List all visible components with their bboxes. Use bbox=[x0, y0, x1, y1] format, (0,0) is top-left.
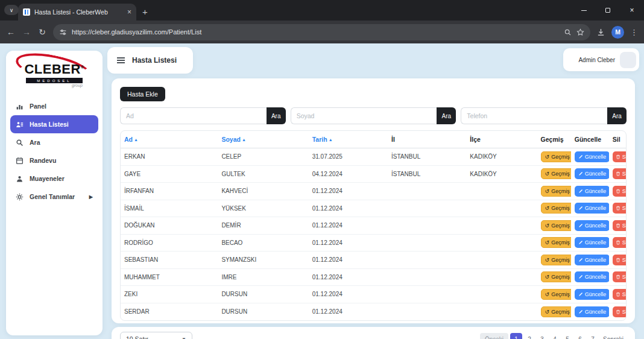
gecmis-button[interactable]: ↺ Geçmiş bbox=[541, 151, 571, 162]
profile-avatar[interactable]: M bbox=[611, 26, 624, 39]
column-header-soyad[interactable]: Soyad▲ bbox=[218, 131, 308, 148]
sidebar-item-hasta-listesi[interactable]: Hasta Listesi bbox=[10, 115, 98, 133]
trash-icon bbox=[616, 206, 620, 211]
cell-ilce: KADIKÖY bbox=[466, 165, 537, 183]
guncelle-button[interactable]: Güncelle bbox=[575, 237, 609, 248]
sil-button[interactable]: Sil bbox=[613, 186, 626, 197]
guncelle-button[interactable]: Güncelle bbox=[575, 271, 609, 282]
new-tab-button[interactable]: + bbox=[142, 7, 148, 17]
ad-search-button[interactable]: Ara bbox=[267, 107, 286, 124]
pencil-icon bbox=[578, 206, 583, 211]
gecmis-button[interactable]: ↺ Geçmiş bbox=[541, 168, 571, 179]
cell-tarih: 01.12.2024 bbox=[309, 217, 388, 235]
zoom-icon[interactable] bbox=[564, 28, 572, 36]
gecmis-button[interactable]: ↺ Geçmiş bbox=[541, 186, 571, 197]
cell-ilce bbox=[466, 252, 537, 269]
pencil-icon bbox=[578, 223, 583, 228]
guncelle-button[interactable]: Güncelle bbox=[575, 255, 609, 265]
sil-button[interactable]: Sil bbox=[613, 255, 626, 265]
sil-button[interactable]: Sil bbox=[613, 203, 626, 214]
sil-button[interactable]: Sil bbox=[613, 151, 626, 162]
tab-close-icon[interactable]: × bbox=[127, 8, 131, 16]
cell-il bbox=[388, 217, 466, 235]
history-icon: ↺ bbox=[545, 223, 550, 229]
pagination-page-7-button[interactable]: 7 bbox=[587, 333, 598, 339]
guncelle-button[interactable]: Güncelle bbox=[575, 186, 609, 197]
cell-ad: MUHAMMET bbox=[121, 268, 218, 286]
gecmis-button[interactable]: ↺ Geçmiş bbox=[541, 255, 571, 265]
sidebar-item-label: Randevu bbox=[30, 157, 56, 164]
bar-chart-icon bbox=[16, 103, 24, 110]
pagination-page-1-button[interactable]: 1 bbox=[510, 333, 522, 339]
pagination-page-4-button[interactable]: 4 bbox=[549, 333, 560, 339]
gecmis-button[interactable]: ↺ Geçmiş bbox=[541, 289, 571, 300]
column-header-tarih[interactable]: Tarih▲ bbox=[309, 131, 388, 148]
table-row: ERKAN CELEP 31.07.2025 İSTANBUL KADIKÖY … bbox=[121, 148, 626, 166]
search-group-telefon: Ara bbox=[461, 107, 627, 124]
add-patient-button[interactable]: Hasta Ekle bbox=[120, 87, 165, 101]
browser-menu-icon[interactable]: ⋮ bbox=[630, 28, 638, 37]
history-icon: ↺ bbox=[545, 291, 550, 297]
pagination-prev-button[interactable]: Önceki bbox=[480, 333, 508, 339]
sil-button[interactable]: Sil bbox=[613, 220, 626, 231]
address-bar[interactable]: https://cleber.gladiusyazilim.com/Patien… bbox=[53, 24, 590, 40]
sidebar-item-ara[interactable]: Ara bbox=[6, 133, 103, 151]
column-header-ad[interactable]: Ad▲ bbox=[121, 131, 218, 148]
sidebar-item-genel-tanimlar[interactable]: Genel Tanımlar ▶ bbox=[6, 188, 103, 206]
sil-button[interactable]: Sil bbox=[613, 271, 626, 282]
column-header-guncelle: Güncelle bbox=[571, 131, 609, 148]
soyad-search-button[interactable]: Ara bbox=[437, 107, 456, 124]
site-settings-icon[interactable] bbox=[59, 28, 67, 36]
tab-search-chevron-icon[interactable]: ∨ bbox=[4, 5, 19, 15]
gecmis-button[interactable]: ↺ Geçmiş bbox=[541, 220, 571, 231]
refresh-button[interactable]: ↻ bbox=[37, 27, 47, 37]
sidebar-item-muayeneler[interactable]: Muayeneler bbox=[6, 170, 103, 188]
sidebar-item-panel[interactable]: Panel bbox=[6, 97, 103, 115]
sil-button[interactable]: Sil bbox=[613, 306, 626, 317]
forward-button[interactable]: → bbox=[22, 27, 31, 37]
hamburger-menu-icon[interactable] bbox=[117, 60, 125, 61]
gecmis-button[interactable]: ↺ Geçmiş bbox=[541, 271, 571, 282]
pagination-next-button[interactable]: Sonraki bbox=[600, 333, 627, 339]
pagination-page-3-button[interactable]: 3 bbox=[537, 333, 548, 339]
user-card[interactable]: Admin Cleber bbox=[563, 48, 639, 71]
gecmis-button[interactable]: ↺ Geçmiş bbox=[541, 237, 571, 248]
soyad-search-input[interactable] bbox=[291, 107, 437, 124]
search-row: Ara Ara Ara bbox=[120, 107, 627, 124]
pagination-page-6-button[interactable]: 6 bbox=[575, 333, 586, 339]
rows-per-page-select[interactable]: 10 Satır ▼ bbox=[120, 332, 192, 339]
download-icon[interactable] bbox=[596, 28, 605, 37]
window-minimize-button[interactable] bbox=[572, 0, 596, 21]
gecmis-button[interactable]: ↺ Geçmiş bbox=[541, 306, 571, 317]
guncelle-button[interactable]: Güncelle bbox=[575, 289, 609, 300]
sort-asc-icon: ▲ bbox=[134, 138, 138, 142]
sidebar-item-label: Genel Tanımlar bbox=[30, 193, 75, 200]
guncelle-button[interactable]: Güncelle bbox=[575, 151, 609, 162]
telefon-search-input[interactable] bbox=[461, 107, 607, 124]
sidebar-item-randevu[interactable]: Randevu bbox=[6, 151, 103, 170]
window-restore-button[interactable] bbox=[596, 0, 620, 21]
guncelle-button[interactable]: Güncelle bbox=[575, 306, 609, 317]
ad-search-input[interactable] bbox=[120, 107, 267, 124]
window-close-button[interactable]: × bbox=[620, 0, 644, 21]
gear-icon bbox=[16, 193, 24, 201]
guncelle-button[interactable]: Güncelle bbox=[575, 220, 609, 231]
pencil-icon bbox=[578, 189, 583, 194]
sil-button[interactable]: Sil bbox=[613, 289, 626, 300]
column-header-il: İl bbox=[388, 131, 466, 148]
table-row: MUHAMMET IMRE 01.12.2024 ↺ Geçmiş Güncel… bbox=[121, 268, 626, 286]
telefon-search-button[interactable]: Ara bbox=[607, 107, 627, 124]
pagination-page-2-button[interactable]: 2 bbox=[524, 333, 535, 339]
table-footer: 10 Satır ▼ Önceki 1234567 Sonraki bbox=[112, 327, 635, 339]
sil-button[interactable]: Sil bbox=[613, 237, 626, 248]
sidebar-item-label: Muayeneler bbox=[30, 175, 65, 182]
gecmis-button[interactable]: ↺ Geçmiş bbox=[541, 203, 571, 214]
browser-tab[interactable]: Hasta Listesi - CleberWeb × bbox=[18, 4, 136, 21]
guncelle-button[interactable]: Güncelle bbox=[575, 168, 609, 179]
guncelle-button[interactable]: Güncelle bbox=[575, 203, 609, 214]
bookmark-star-icon[interactable] bbox=[576, 28, 584, 36]
pagination-page-5-button[interactable]: 5 bbox=[562, 333, 573, 339]
url-text[interactable]: https://cleber.gladiusyazilim.com/Patien… bbox=[72, 28, 559, 36]
back-button[interactable]: ← bbox=[6, 27, 16, 37]
sil-button[interactable]: Sil bbox=[613, 168, 626, 179]
